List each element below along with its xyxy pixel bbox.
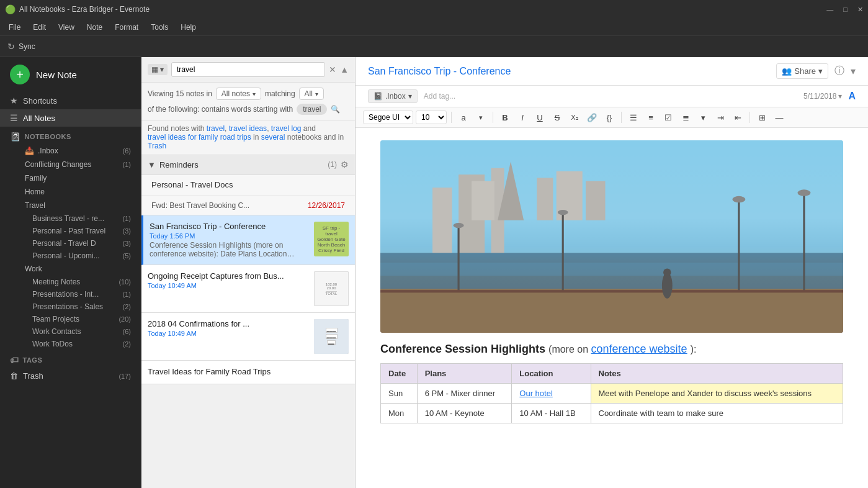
notes-icon: ☰: [10, 113, 18, 123]
align-dropdown-arrow[interactable]: ▾: [696, 110, 710, 125]
sidebar-item-work[interactable]: Work: [0, 262, 141, 276]
found-link-trash[interactable]: Trash: [148, 142, 166, 150]
note-item-sf-conference[interactable]: San Francisco Trip - Conference Today 1:…: [141, 215, 355, 265]
unordered-list-button[interactable]: ☰: [626, 110, 641, 125]
sync-label[interactable]: Sync: [19, 42, 35, 51]
sidebar-item-personal-travel-d[interactable]: Personal - Travel D (3): [0, 237, 141, 250]
menu-view[interactable]: View: [52, 20, 81, 34]
font-family-select[interactable]: Segoe UI: [363, 111, 413, 124]
ordered-list-button[interactable]: ≡: [643, 110, 658, 125]
sidebar-group-notebooks[interactable]: 📓 Notebooks: [0, 127, 141, 144]
svg-rect-20: [380, 290, 843, 292]
sidebar-item-home[interactable]: Home: [0, 185, 141, 199]
sync-icon: ↻: [7, 42, 15, 52]
sidebar-item-presentations-int[interactable]: Presentations - Int... (1): [0, 288, 141, 300]
reminder-item-2[interactable]: Fwd: Best Travel Booking C... 12/26/2017: [141, 196, 355, 215]
all-filter[interactable]: All ▾: [299, 88, 324, 100]
our-hotel-link[interactable]: Our hotel: [519, 389, 552, 398]
menu-tools[interactable]: Tools: [145, 20, 174, 34]
sidebar-item-team-projects[interactable]: Team Projects (20): [0, 313, 141, 325]
view-toggle-button[interactable]: ▦ ▾: [148, 64, 168, 75]
outdent-button[interactable]: ⇤: [730, 110, 745, 125]
cell-sun-location: Our hotel: [512, 384, 591, 404]
sidebar-item-work-todos[interactable]: Work ToDos (2): [0, 338, 141, 350]
font-color-button[interactable]: a: [456, 110, 471, 125]
toolbar-divider-4: [749, 112, 750, 123]
menu-format[interactable]: Format: [109, 20, 145, 34]
clear-search-button[interactable]: ✕: [329, 65, 336, 75]
sidebar-item-meeting-notes[interactable]: Meeting Notes (10): [0, 276, 141, 288]
strikethrough-button[interactable]: S: [550, 110, 565, 125]
note-item-receipt[interactable]: Ongoing Receipt Captures from Bus... Tod…: [141, 265, 355, 313]
sidebar-item-personal-upcoming[interactable]: Personal - Upcomi... (5): [0, 250, 141, 262]
bold-button[interactable]: B: [498, 110, 512, 125]
indent-button[interactable]: ⇥: [713, 110, 728, 125]
more-button[interactable]: ▾: [851, 65, 856, 77]
menu-edit[interactable]: Edit: [27, 20, 52, 34]
col-header-plans: Plans: [417, 364, 512, 384]
italic-button[interactable]: I: [515, 110, 530, 125]
sidebar-item-shortcuts[interactable]: ★ Shortcuts: [0, 92, 141, 109]
sidebar-item-presentations-sales[interactable]: Presentations - Sales (2): [0, 300, 141, 313]
underline-button[interactable]: U: [532, 110, 547, 125]
conflicting-label: Conflicting Changes: [25, 160, 91, 169]
receipt-thumbnail-image: 102.00 20.00 TOTAL: [314, 271, 349, 306]
share-button[interactable]: 👥 Share ▾: [776, 63, 828, 79]
font-size-select[interactable]: 10: [416, 111, 447, 124]
svg-point-22: [663, 268, 671, 276]
sidebar-item-travel[interactable]: Travel: [0, 199, 141, 212]
sidebar-item-personal-past-travel[interactable]: Personal - Past Travel (3): [0, 225, 141, 237]
collapse-button[interactable]: ▲: [340, 65, 349, 75]
new-note-area[interactable]: + New Note: [0, 57, 141, 92]
sidebar-group-tags[interactable]: 🏷 Tags: [0, 350, 141, 368]
reminders-gear-icon[interactable]: ⚙: [341, 160, 349, 169]
sidebar-item-inbox[interactable]: 📥 .Inbox (6): [0, 144, 141, 158]
title-left: 🟢 All Notebooks - Ezra Bridger - Evernot…: [5, 4, 150, 14]
highlight-button[interactable]: ▾: [473, 110, 488, 125]
info-button[interactable]: ⓘ: [834, 65, 844, 78]
cell-mon-date: Mon: [381, 404, 418, 423]
minimize-button[interactable]: —: [826, 6, 833, 14]
search-input[interactable]: travel: [171, 62, 325, 77]
share-arrow: ▾: [818, 66, 823, 76]
align-button[interactable]: ≣: [678, 110, 693, 125]
subscript-button[interactable]: X₂: [567, 110, 582, 125]
note-text-sf: San Francisco Trip - Conference Today 1:…: [150, 222, 309, 258]
close-button[interactable]: ✕: [857, 6, 863, 14]
found-link-travel-log[interactable]: travel log: [271, 124, 302, 133]
sidebar-item-business-travel[interactable]: Business Travel - re... (1): [0, 212, 141, 225]
add-tag-field[interactable]: Add tag...: [424, 92, 455, 101]
note-item-travel-ideas[interactable]: Travel Ideas for Family Road Trips: [141, 361, 355, 384]
found-link-travel-ideas[interactable]: travel ideas: [229, 124, 267, 133]
menu-help[interactable]: Help: [174, 20, 202, 34]
table-button[interactable]: ⊞: [754, 110, 769, 125]
font-format-button[interactable]: A: [848, 91, 856, 102]
filter-viewing-text: Viewing 15 notes in: [148, 89, 212, 98]
reminder-item-1[interactable]: Personal - Travel Docs: [141, 175, 355, 196]
link-button[interactable]: 🔗: [584, 110, 599, 125]
sidebar-item-trash[interactable]: 🗑 Trash (17): [0, 368, 141, 384]
sidebar-item-work-contacts[interactable]: Work Contacts (6): [0, 325, 141, 338]
sidebar-item-all-notes[interactable]: ☰ All Notes: [0, 109, 141, 127]
trash-count: (17): [119, 373, 131, 380]
code-button[interactable]: {}: [602, 110, 617, 125]
checkbox-button[interactable]: ☑: [661, 110, 676, 125]
horizontal-rule-button[interactable]: —: [772, 110, 787, 125]
menu-file[interactable]: File: [2, 20, 27, 34]
conference-website-link[interactable]: conference website: [591, 343, 687, 355]
found-link-several[interactable]: several: [261, 133, 285, 142]
note-item-confirmations[interactable]: 2018 04 Confirmations for ... Today 10:4…: [141, 313, 355, 361]
editor-content[interactable]: Conference Session Highlights (more on c…: [356, 128, 868, 488]
notebook-selector[interactable]: 📓 .Inbox ▾: [368, 89, 418, 103]
menu-note[interactable]: Note: [81, 20, 109, 34]
maximize-button[interactable]: □: [843, 6, 848, 14]
all-notes-filter[interactable]: All notes ▾: [216, 88, 261, 100]
sidebar-item-conflicting[interactable]: Conflicting Changes (1): [0, 158, 141, 171]
found-link-travel-family[interactable]: travel ideas for family road trips: [148, 133, 251, 142]
note-date[interactable]: 5/11/2018 ▾: [803, 92, 842, 101]
reminders-header[interactable]: ▼ Reminders (1) ⚙: [141, 155, 355, 175]
sidebar-item-family[interactable]: Family: [0, 171, 141, 185]
notebook-icon-small: 📓: [374, 92, 383, 101]
found-link-travel[interactable]: travel: [207, 124, 225, 133]
search-icon[interactable]: 🔍: [331, 105, 340, 114]
